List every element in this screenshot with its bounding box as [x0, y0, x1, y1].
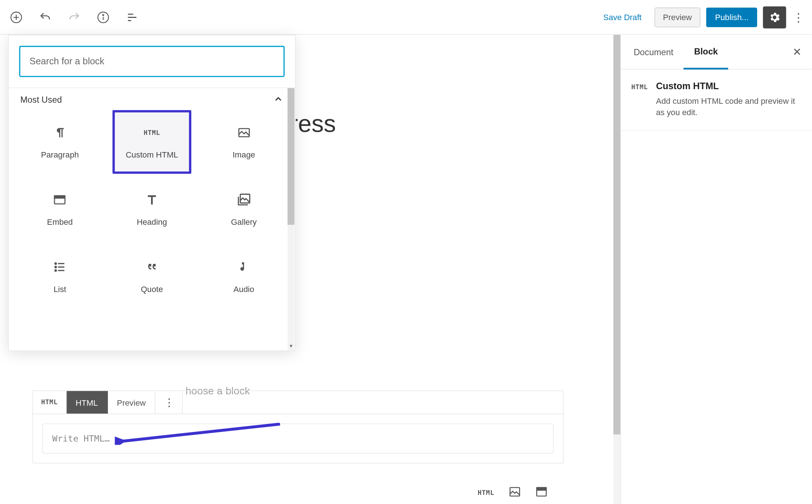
- block-inserter-popover: ▼ Most Used Paragraph HTML Custom HTML: [8, 35, 296, 351]
- audio-icon: [237, 259, 250, 275]
- tab-document[interactable]: Document: [623, 35, 684, 69]
- image-block-shortcut-icon[interactable]: [508, 485, 521, 498]
- collapse-icon[interactable]: [273, 94, 284, 105]
- editor-scrollbar[interactable]: [613, 35, 620, 504]
- block-heading[interactable]: Heading: [112, 177, 192, 241]
- block-audio[interactable]: Audio: [204, 245, 283, 308]
- info-icon[interactable]: [94, 8, 113, 26]
- cover-block-shortcut-icon[interactable]: [535, 485, 548, 498]
- annotation-arrow: [115, 423, 283, 445]
- more-menu-icon[interactable]: ⋮: [792, 10, 805, 24]
- content-structure-icon[interactable]: [123, 8, 142, 26]
- block-embed[interactable]: Embed: [20, 177, 99, 241]
- block-image[interactable]: Image: [204, 110, 283, 174]
- quote-icon: [144, 259, 159, 275]
- heading-icon: [145, 192, 159, 208]
- embed-icon: [53, 192, 67, 208]
- preview-tab[interactable]: Preview: [108, 391, 155, 414]
- close-sidebar-icon[interactable]: ✕: [785, 45, 809, 58]
- add-block-icon[interactable]: [7, 8, 26, 26]
- block-gallery[interactable]: Gallery: [204, 177, 283, 241]
- block-custom-html[interactable]: HTML Custom HTML: [112, 110, 192, 174]
- save-draft-button[interactable]: Save Draft: [596, 9, 649, 25]
- tab-block[interactable]: Block: [684, 35, 728, 69]
- svg-point-5: [103, 14, 104, 15]
- gallery-icon: [236, 192, 251, 208]
- section-title: Most Used: [20, 94, 62, 104]
- html-block-shortcut-icon[interactable]: HTML: [478, 486, 494, 497]
- block-list[interactable]: List: [20, 245, 99, 308]
- svg-point-17: [55, 263, 57, 264]
- block-more-icon[interactable]: ⋮: [155, 391, 183, 414]
- html-icon: HTML: [144, 125, 160, 141]
- undo-icon[interactable]: [36, 8, 54, 26]
- block-paragraph[interactable]: Paragraph: [20, 110, 99, 174]
- preview-button[interactable]: Preview: [654, 7, 700, 27]
- redo-icon: [65, 8, 84, 26]
- search-input[interactable]: [19, 46, 285, 77]
- svg-point-19: [55, 266, 57, 268]
- image-icon: [237, 125, 251, 141]
- block-quote[interactable]: Quote: [112, 245, 192, 308]
- post-title-fragment: ress: [290, 110, 336, 138]
- block-panel-title: Custom HTML: [656, 81, 801, 92]
- svg-line-9: [121, 424, 280, 442]
- settings-icon[interactable]: [763, 6, 786, 28]
- block-type-icon[interactable]: HTML: [33, 391, 66, 414]
- svg-rect-10: [510, 488, 519, 496]
- block-panel-description: Add custom HTML code and preview it as y…: [656, 95, 801, 118]
- html-tab[interactable]: HTML: [66, 391, 108, 414]
- inserter-scrollbar[interactable]: ▼: [287, 88, 294, 350]
- block-icon: HTML: [631, 83, 648, 118]
- svg-point-21: [55, 270, 57, 271]
- paragraph-icon: [53, 125, 67, 141]
- publish-button[interactable]: Publish...: [706, 7, 757, 27]
- svg-rect-12: [537, 488, 546, 490]
- svg-rect-15: [55, 196, 65, 198]
- list-icon: [53, 259, 67, 275]
